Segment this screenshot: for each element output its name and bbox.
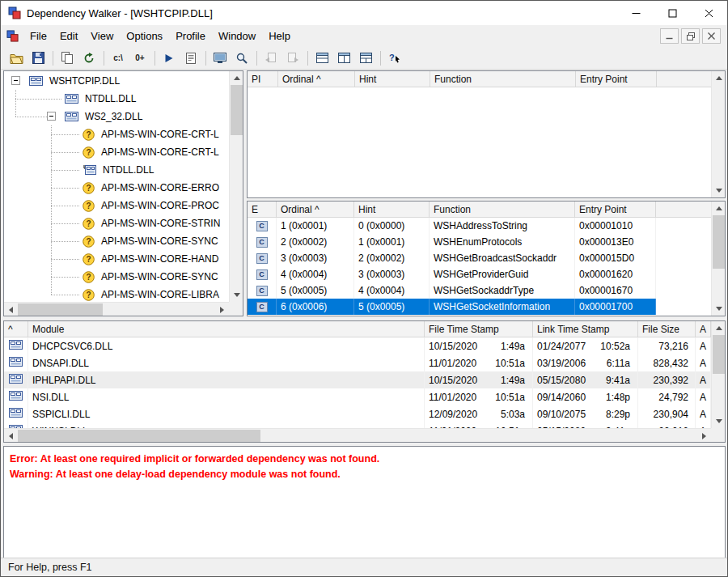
- scroll-up-button[interactable]: [712, 71, 726, 85]
- scroll-down-button[interactable]: [230, 288, 243, 302]
- tree-item-wshtcpip-dll[interactable]: WSHTCPIP.DLL: [5, 72, 229, 90]
- toolbar-save-button[interactable]: [28, 49, 49, 68]
- tree-item-api-ms-win-core-sync[interactable]: ?API-MS-WIN-CORE-SYNC: [5, 232, 229, 250]
- imports-column-header-entry-point[interactable]: Entry Point: [576, 71, 657, 87]
- toolbar-start-profiling-button[interactable]: [159, 49, 180, 68]
- vertical-scroll-thumb[interactable]: [713, 335, 725, 374]
- menu-item-window[interactable]: Window: [212, 26, 262, 46]
- module-attributes-cell: A: [696, 371, 711, 388]
- top-modules-splitter[interactable]: [3, 316, 726, 320]
- scroll-up-button[interactable]: [712, 202, 726, 215]
- scroll-up-button[interactable]: [230, 71, 243, 85]
- imports-column-header-ordinal[interactable]: Ordinal ^: [278, 71, 355, 87]
- module-row[interactable]: WINNSI.DLL11/01/202010:51a05/15/20809:41…: [4, 422, 711, 428]
- vertical-scroll-thumb[interactable]: [713, 215, 725, 269]
- tree-expander-collapse[interactable]: [47, 112, 56, 121]
- menu-item-view[interactable]: View: [84, 26, 120, 46]
- scroll-right-button[interactable]: [215, 303, 229, 316]
- vertical-scroll-thumb[interactable]: [231, 85, 243, 135]
- titlebar-close-button[interactable]: [691, 1, 727, 25]
- menu-item-edit[interactable]: Edit: [53, 26, 84, 46]
- export-row[interactable]: C3 (0x0003)2 (0x0002)WSHGetBroadcastSock…: [248, 250, 656, 266]
- modules-column-header-file-time-stamp[interactable]: File Time Stamp: [425, 321, 533, 337]
- tree-item-api-ms-win-core-sync[interactable]: ?API-MS-WIN-CORE-SYNC: [5, 268, 229, 286]
- scroll-right-button[interactable]: [697, 429, 711, 443]
- export-function-cell: WSHGetSockaddrType: [430, 282, 575, 299]
- titlebar-minimize-button[interactable]: [618, 1, 654, 25]
- toolbar-context-help-button[interactable]: ?: [384, 49, 405, 68]
- modules-column-header-a[interactable]: A: [696, 321, 711, 337]
- vertical-scrollbar[interactable]: [711, 71, 725, 197]
- module-row[interactable]: IPHLPAPI.DLL10/15/20201:49a05/15/20809:4…: [4, 371, 711, 388]
- imports-column-header-function[interactable]: Function: [430, 71, 576, 87]
- tree-item-ntdll-dll[interactable]: NTDLL.DLL: [5, 90, 229, 108]
- menu-item-help[interactable]: Help: [262, 26, 297, 46]
- toolbar-toggle-log-pane-button[interactable]: [355, 49, 376, 68]
- export-row[interactable]: C4 (0x0004)3 (0x0003)WSHGetProviderGuid0…: [248, 266, 656, 282]
- modules-column-header-module[interactable]: Module: [28, 321, 425, 337]
- toolbar-search-button[interactable]: [231, 49, 252, 68]
- horizontal-scroll-thumb[interactable]: [18, 430, 260, 442]
- modules-column-header-file-size[interactable]: File Size: [638, 321, 696, 337]
- tree-item-api-ms-win-core-crt-l[interactable]: ?API-MS-WIN-CORE-CRT-L: [5, 143, 229, 161]
- mdi-child-icon[interactable]: [6, 30, 19, 43]
- menu-item-profile[interactable]: Profile: [169, 26, 212, 46]
- menu-item-options[interactable]: Options: [120, 26, 169, 46]
- export-row[interactable]: C5 (0x0005)4 (0x0004)WSHGetSockaddrType0…: [248, 282, 656, 299]
- toolbar-open-button[interactable]: [6, 49, 27, 68]
- exports-column-header-function[interactable]: Function: [430, 202, 575, 217]
- toolbar-module-properties-button[interactable]: [180, 49, 201, 68]
- tree-item-api-ms-win-core-crt-l[interactable]: ?API-MS-WIN-CORE-CRT-L: [5, 125, 229, 143]
- toolbar-undecorate-cpp-functions-button[interactable]: 0+: [129, 49, 150, 68]
- scroll-down-button[interactable]: [712, 302, 726, 316]
- exports-column-header-e[interactable]: E: [248, 202, 277, 217]
- scroll-left-button[interactable]: [4, 429, 18, 443]
- export-row[interactable]: C2 (0x0002)1 (0x0001)WSHEnumProtocols0x0…: [248, 234, 656, 250]
- scroll-down-button[interactable]: [712, 414, 726, 428]
- imports-exports-splitter[interactable]: [247, 198, 726, 201]
- horizontal-scrollbar[interactable]: [4, 302, 229, 316]
- toolbar-refresh-button[interactable]: [78, 49, 99, 68]
- module-row[interactable]: NSI.DLL11/01/202010:51a09/14/20601:48p24…: [4, 388, 711, 405]
- mdi-minimize-button[interactable]: [660, 28, 679, 44]
- tree-item-ntdll-dll[interactable]: NTDLL.DLL: [5, 161, 229, 179]
- tree-lists-splitter[interactable]: [243, 70, 247, 316]
- export-row[interactable]: C1 (0x0001)0 (0x0000)WSHAddressToString0…: [248, 218, 656, 234]
- exports-column-header-hint[interactable]: Hint: [354, 202, 430, 217]
- scroll-up-button[interactable]: [712, 321, 726, 335]
- module-row[interactable]: DHCPCSVC6.DLL10/15/20201:49a01/24/207710…: [4, 337, 711, 354]
- toolbar-copy-button[interactable]: [57, 49, 78, 68]
- modules-column-header-link-time-stamp[interactable]: Link Time Stamp: [533, 321, 638, 337]
- titlebar-maximize-button[interactable]: [654, 1, 691, 25]
- module-row[interactable]: DNSAPI.DLL11/01/202010:51a03/19/20066:11…: [4, 354, 711, 371]
- horizontal-scroll-thumb[interactable]: [18, 303, 103, 316]
- toolbar-toggle-tree-pane-button[interactable]: [311, 49, 332, 68]
- tree-item-api-ms-win-core-libra[interactable]: ?API-MS-WIN-CORE-LIBRA: [5, 286, 229, 302]
- vertical-scrollbar[interactable]: [711, 202, 725, 316]
- toolbar-view-full-paths-button[interactable]: c:\: [108, 49, 129, 68]
- tree-item-api-ms-win-core-hand[interactable]: ?API-MS-WIN-CORE-HAND: [5, 250, 229, 268]
- menu-item-file[interactable]: File: [23, 26, 53, 46]
- imports-column-header-pi[interactable]: PI: [248, 71, 278, 87]
- scroll-down-button[interactable]: [712, 184, 726, 197]
- mdi-close-button[interactable]: [702, 28, 721, 44]
- tree-item-api-ms-win-core-proc[interactable]: ?API-MS-WIN-CORE-PROC: [5, 197, 229, 214]
- modules-log-splitter[interactable]: [3, 443, 726, 446]
- scroll-left-button[interactable]: [4, 303, 18, 316]
- toolbar-toggle-lists-pane-button[interactable]: [333, 49, 354, 68]
- horizontal-scrollbar[interactable]: [4, 428, 711, 442]
- exports-column-header-entry-point[interactable]: Entry Point: [575, 202, 656, 217]
- export-row[interactable]: C6 (0x0006)5 (0x0005)WSHGetSocketInforma…: [248, 299, 656, 315]
- exports-column-header-ordinal[interactable]: Ordinal ^: [277, 202, 354, 217]
- tree-item-api-ms-win-core-strin[interactable]: ?API-MS-WIN-CORE-STRIN: [5, 214, 229, 232]
- module-row[interactable]: SSPICLI.DLL12/09/20205:03a09/10/20758:29…: [4, 405, 711, 422]
- modules-column-header-sort[interactable]: ^: [4, 321, 28, 337]
- tree-item-ws2-32-dll[interactable]: WS2_32.DLL: [5, 108, 229, 125]
- imports-column-header-hint[interactable]: Hint: [355, 71, 430, 87]
- tree-expander-collapse[interactable]: [11, 76, 20, 85]
- mdi-restore-button[interactable]: [681, 28, 700, 44]
- tree-item-api-ms-win-core-erro[interactable]: ?API-MS-WIN-CORE-ERRO: [5, 179, 229, 197]
- vertical-scrollbar[interactable]: [229, 71, 243, 302]
- vertical-scrollbar[interactable]: [711, 321, 725, 428]
- toolbar-system-information-button[interactable]: [210, 49, 231, 68]
